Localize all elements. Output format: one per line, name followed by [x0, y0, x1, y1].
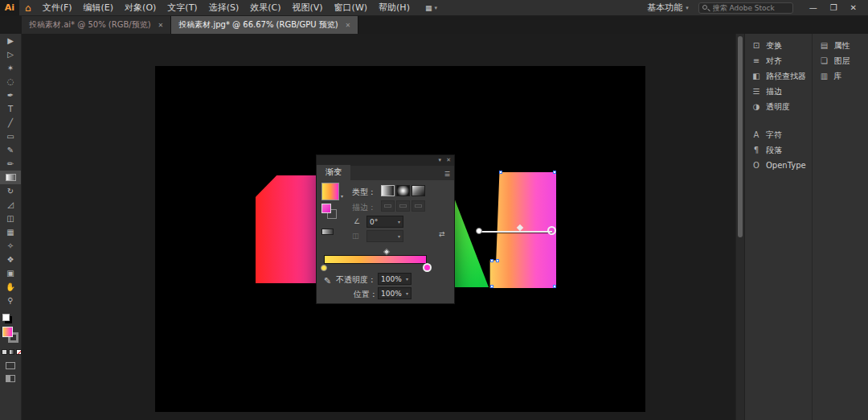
angle-dropdown[interactable]: 0° ▾ [366, 216, 403, 228]
anchor-point[interactable] [499, 171, 502, 174]
paintbrush-tool[interactable]: ✎ [0, 143, 21, 157]
arrange-documents-button[interactable]: ▦ ▾ [425, 4, 437, 12]
gradient-panel-tabs: 渐变 ☰ [317, 166, 454, 180]
gradient-preview-swatch[interactable] [321, 183, 339, 200]
mesh-tool[interactable]: ▦ [0, 225, 21, 239]
gradient-midpoint-stop[interactable] [383, 249, 390, 255]
anchor-point[interactable] [496, 259, 499, 262]
dock-item-align[interactable]: ≡ 对齐 [745, 53, 812, 68]
menu-edit[interactable]: 编辑(E) [78, 0, 120, 16]
menu-select[interactable]: 选择(S) [203, 0, 245, 16]
selection-tool[interactable]: ▶ [0, 34, 21, 47]
gradient-tool[interactable] [0, 171, 21, 184]
fill-proxy-swatch[interactable] [321, 204, 331, 213]
gradient-slider-bar[interactable] [324, 255, 427, 264]
gradient-annotator-start-handle[interactable] [476, 228, 482, 234]
menu-window[interactable]: 窗口(W) [329, 0, 373, 16]
dock-item-character[interactable]: A 字符 [745, 127, 812, 142]
vertical-scrollbar-thumb[interactable] [738, 36, 743, 237]
lasso-tool[interactable]: ◌ [0, 75, 21, 89]
pencil-tool[interactable]: ✏ [0, 157, 21, 171]
app-logo[interactable]: Ai [0, 0, 19, 16]
minimize-button[interactable]: — [803, 0, 824, 16]
rotate-tool[interactable]: ↻ [0, 184, 21, 198]
dock-side-panels: ▤ 属性 ❏ 图层 ▥ 库 [812, 34, 868, 420]
anchor-point[interactable] [490, 259, 493, 262]
reverse-gradient-icon[interactable]: ⇄ [439, 230, 445, 238]
hand-tool[interactable]: ✋ [0, 280, 21, 294]
eyedropper-icon[interactable]: ✐ [321, 277, 332, 284]
document-tab-1[interactable]: 投稿素材.ai* @ 50% (RGB/预览) ✕ [22, 16, 171, 34]
default-fill-stroke-icon[interactable] [2, 314, 10, 321]
screen-mode-button[interactable] [6, 375, 15, 382]
magic-wand-tool[interactable]: ✶ [0, 61, 21, 75]
dock-item-transform[interactable]: ⊡ 变换 [745, 38, 812, 53]
restore-button[interactable]: ❐ [824, 0, 844, 16]
menu-object[interactable]: 对象(O) [119, 0, 162, 16]
gradient-button[interactable] [9, 349, 14, 355]
position-dropdown[interactable]: 100% ▾ [378, 287, 411, 299]
properties-icon: ▤ [819, 41, 829, 50]
red-gradient-shape[interactable] [256, 175, 321, 283]
menu-view[interactable]: 视图(V) [287, 0, 329, 16]
anchor-point[interactable] [553, 285, 556, 288]
rectangle-tool[interactable]: ▭ [0, 130, 21, 143]
gradient-end-stop[interactable] [423, 263, 432, 272]
search-input[interactable] [698, 2, 793, 14]
collapse-panel-icon[interactable]: ▾ [439, 155, 442, 166]
home-icon[interactable]: ⌂ [19, 0, 37, 16]
blend-tool[interactable]: ❖ [0, 253, 21, 266]
anchor-point[interactable] [490, 285, 493, 288]
close-tab-icon[interactable]: ✕ [346, 22, 351, 29]
gradient-annotator-end-handle[interactable] [547, 226, 556, 235]
dock-item-opentype[interactable]: O OpenType [745, 158, 812, 173]
fill-color-swatch[interactable] [2, 327, 13, 337]
color-button[interactable] [2, 349, 7, 355]
gradient-annotator-line[interactable] [480, 231, 552, 233]
eyedropper-tool[interactable]: ✧ [0, 239, 21, 253]
dock-item-stroke[interactable]: ☰ 描边 [745, 84, 812, 99]
none-button[interactable] [16, 349, 22, 355]
scale-tool[interactable]: ◿ [0, 198, 21, 212]
menu-effect[interactable]: 效果(C) [244, 0, 286, 16]
document-tab-2[interactable]: 投稿素材.jpg* @ 66.67% (RGB/GPU 预览) ✕ [171, 16, 358, 34]
gradient-panel[interactable]: ▾ ✕ 渐变 ☰ ▾ 类型： 描边： ∠ [316, 154, 455, 304]
gradient-start-stop[interactable] [321, 265, 327, 271]
close-panel-icon[interactable]: ✕ [446, 155, 451, 166]
opacity-dropdown[interactable]: 100% ▾ [378, 273, 411, 285]
tab-gradient[interactable]: 渐变 [317, 165, 350, 180]
type-tool[interactable]: T [0, 102, 21, 116]
dock-item-libraries[interactable]: ▥ 库 [813, 68, 868, 84]
zoom-tool[interactable]: ⚲ [0, 294, 21, 307]
menu-type[interactable]: 文字(T) [162, 0, 203, 16]
stroke-along-button[interactable] [396, 200, 410, 212]
stroke-across-button[interactable] [411, 200, 425, 212]
radial-gradient-button[interactable] [396, 185, 410, 196]
yellow-magenta-shape[interactable] [489, 172, 556, 288]
workspace-switcher[interactable]: 基本功能 ▾ [647, 2, 689, 14]
artboard-tool[interactable]: ▣ [0, 266, 21, 280]
pen-tool[interactable]: ✒ [0, 89, 21, 102]
line-segment-tool[interactable]: ╱ [0, 116, 21, 130]
stroke-within-button[interactable] [381, 200, 395, 212]
dock-item-pathfinder[interactable]: ◧ 路径查找器 [745, 68, 812, 84]
dock-item-properties[interactable]: ▤ 属性 [813, 38, 868, 53]
anchor-point[interactable] [553, 171, 556, 174]
menu-file[interactable]: 文件(F) [37, 0, 78, 16]
close-tab-icon[interactable]: ✕ [158, 22, 164, 29]
linear-gradient-button[interactable] [381, 185, 395, 196]
dock-item-label: 对齐 [766, 56, 782, 67]
menu-help[interactable]: 帮助(H) [373, 0, 416, 16]
close-button[interactable]: ✕ [844, 0, 863, 16]
draw-mode-button[interactable] [6, 362, 15, 369]
panel-menu-icon[interactable]: ☰ [440, 171, 454, 180]
chevron-down-icon[interactable]: ▾ [341, 193, 343, 199]
dock-item-paragraph[interactable]: ¶ 段落 [745, 142, 812, 158]
vertical-scrollbar[interactable] [735, 34, 744, 420]
dock-item-transparency[interactable]: ◑ 透明度 [745, 99, 812, 114]
dock-item-layers[interactable]: ❏ 图层 [813, 53, 868, 68]
shape-builder-tool[interactable]: ◫ [0, 212, 21, 225]
freeform-gradient-button[interactable] [411, 185, 425, 196]
dock-item-label: 变换 [766, 40, 782, 51]
direct-selection-tool[interactable]: ▷ [0, 47, 21, 61]
